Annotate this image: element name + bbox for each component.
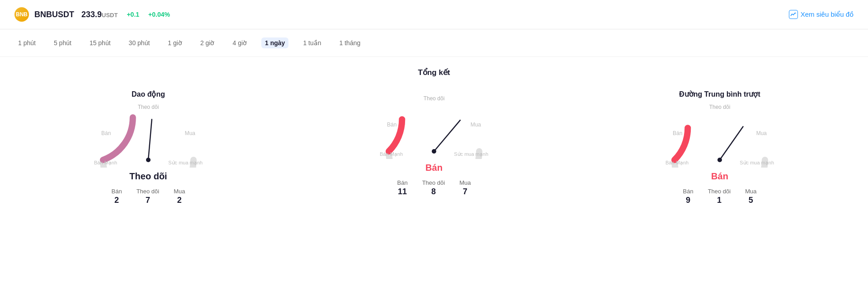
timeframe-btn-1-giờ[interactable]: 1 giờ [164,37,186,48]
price-change-abs: +0.1 [127,11,139,18]
gauge-stats-oscillators: Bán2Theo dõi7Mua2 [111,188,185,205]
stat-col-mua-oscillators: Mua2 [174,188,185,205]
svg-line-2 [434,120,460,151]
timeframe-btn-4-giờ[interactable]: 4 giờ [229,37,250,48]
coin-pair: BNBUSDT [34,10,74,19]
label-banmanh-summary: Bán Mạnh [380,151,403,157]
chart-icon [789,10,798,19]
svg-point-3 [432,149,436,154]
view-chart-label: Xem siêu biểu đồ [801,10,854,19]
stat-label-summary: Theo dõi [422,179,445,186]
stat-value-moving_averages: 1 [717,196,722,205]
view-chart-button[interactable]: Xem siêu biểu đồ [789,10,854,19]
stat-label-summary: Bán [397,179,407,186]
label-mua-oscillators: Mua [185,130,195,136]
stat-label-moving_averages: Theo dõi [708,188,731,195]
label-sucmuamanh-summary: Sức mua mạnh [454,151,488,157]
gauge-wrap-moving_averages: Theo dõiBánMuaBán MạnhSức mua mạnh [665,102,774,168]
gauge-title-moving_averages: Đường Trung bình trượt [679,90,760,98]
header-left: BNB BNBUSDT 233.9USDT +0.1 +0.04% [14,7,170,22]
label-banmanh-oscillators: Bán Mạnh [94,160,117,166]
stat-col-mua-moving_averages: Mua5 [745,188,756,205]
chart-icon-svg [790,12,797,17]
gauge-wrap-summary: Theo dõiBánMuaBán MạnhSức mua mạnh [380,94,488,159]
stat-value-summary: 8 [431,187,436,196]
summary-section: Tổng kết Dao độngTheo dõiBánMuaBán MạnhS… [0,57,868,216]
gauge-title-oscillators: Dao động [132,90,165,98]
label-sucmuamanh-oscillators: Sức mua mạnh [168,160,203,166]
gauge-summary: Theo dõiBánMuaBán MạnhSức mua mạnhBánBán… [300,90,568,196]
gauge-stats-moving_averages: Bán9Theo dõi1Mua5 [683,188,756,205]
price-change-pct: +0.04% [148,11,170,18]
stat-value-moving_averages: 9 [686,196,690,205]
gauge-result-moving_averages: Bán [711,171,728,182]
label-sucmuamanh-moving_averages: Sức mua mạnh [740,160,774,166]
gauge-stats-summary: Bán11Theo dõi8Mua7 [397,179,471,196]
stat-col-theo-dõi-oscillators: Theo dõi7 [137,188,160,205]
stat-label-oscillators: Bán [111,188,122,195]
svg-line-0 [148,119,152,160]
timeframe-btn-5-phút[interactable]: 5 phút [50,37,75,48]
stat-label-oscillators: Mua [174,188,185,195]
label-top-moving_averages: Theo dõi [709,104,731,110]
stat-label-oscillators: Theo dõi [137,188,160,195]
stat-col-theo-dõi-summary: Theo dõi8 [422,179,445,196]
stat-value-oscillators: 2 [177,196,182,205]
stat-value-oscillators: 7 [146,196,150,205]
gauge-result-summary: Bán [425,163,443,173]
stat-value-moving_averages: 5 [749,196,753,205]
stat-col-bán-oscillators: Bán2 [111,188,122,205]
stat-label-moving_averages: Bán [683,188,693,195]
stat-value-summary: 11 [398,187,407,196]
svg-line-4 [720,126,743,160]
timeframe-bar: 1 phút5 phút15 phút30 phút1 giờ2 giờ4 gi… [0,29,868,57]
gauge-moving_averages: Đường Trung bình trượtTheo dõiBánMuaBán … [586,90,854,205]
stat-col-mua-summary: Mua7 [459,179,471,196]
gauge-wrap-oscillators: Theo dõiBánMuaBán MạnhSức mua mạnh [94,102,203,168]
stat-col-bán-summary: Bán11 [397,179,407,196]
gauge-result-oscillators: Theo dõi [129,171,167,182]
label-banmanh-moving_averages: Bán Mạnh [665,160,689,166]
timeframe-btn-1-tháng[interactable]: 1 tháng [336,37,364,48]
label-ban-moving_averages: Bán [673,130,682,136]
stat-label-moving_averages: Mua [745,188,756,195]
gauge-oscillators: Dao độngTheo dõiBánMuaBán MạnhSức mua mạ… [14,90,282,205]
timeframe-btn-1-phút[interactable]: 1 phút [14,37,39,48]
coin-icon: BNB [14,7,29,22]
header: BNB BNBUSDT 233.9USDT +0.1 +0.04% Xem si… [0,0,868,29]
svg-point-1 [146,158,151,162]
stat-col-bán-moving_averages: Bán9 [683,188,693,205]
label-ban-summary: Bán [387,122,396,128]
label-ban-oscillators: Bán [101,130,111,136]
label-mua-moving_averages: Mua [756,130,767,136]
stat-value-oscillators: 2 [114,196,119,205]
stat-label-summary: Mua [459,179,471,186]
timeframe-btn-30-phút[interactable]: 30 phút [125,37,154,48]
gauges-row: Dao độngTheo dõiBánMuaBán MạnhSức mua mạ… [14,90,854,205]
coin-price: 233.9USDT [81,10,118,19]
price-value: 233.9 [81,10,102,19]
label-top-summary: Theo dõi [424,95,445,102]
stat-value-summary: 7 [463,187,467,196]
timeframe-btn-2-giờ[interactable]: 2 giờ [197,37,218,48]
svg-point-5 [717,158,722,162]
label-top-oscillators: Theo dõi [138,104,159,110]
stat-col-theo-dõi-moving_averages: Theo dõi1 [708,188,731,205]
label-mua-summary: Mua [471,122,481,128]
timeframe-btn-1-ngày[interactable]: 1 ngày [261,37,288,48]
price-unit: USDT [102,12,118,19]
timeframe-btn-15-phút[interactable]: 15 phút [86,37,114,48]
summary-title: Tổng kết [14,68,854,77]
timeframe-btn-1-tuần[interactable]: 1 tuần [299,37,325,48]
